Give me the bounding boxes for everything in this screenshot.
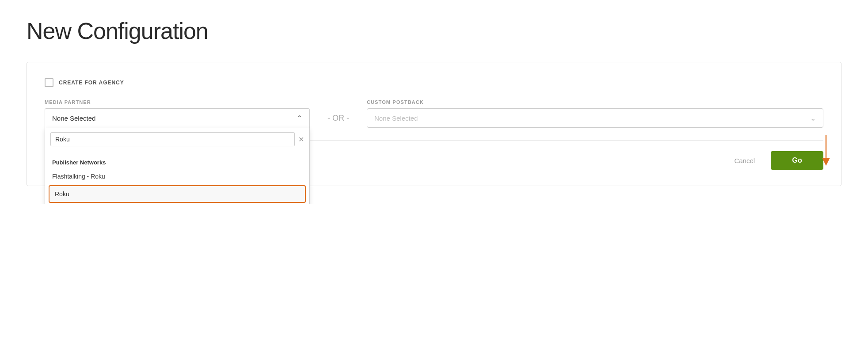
- publisher-networks-header: Publisher Networks: [45, 155, 309, 168]
- clear-search-icon[interactable]: ✕: [298, 135, 304, 144]
- media-partner-label: MEDIA PARTNER: [45, 99, 310, 105]
- svg-marker-1: [822, 158, 830, 166]
- dropdown-search-input[interactable]: [50, 132, 295, 146]
- or-divider: - OR -: [327, 99, 349, 123]
- create-for-agency-label: CREATE FOR AGENCY: [59, 80, 124, 86]
- dropdown-list: Publisher Networks Flashtalking - Roku R…: [45, 151, 309, 204]
- custom-postback-group: CUSTOM POSTBACK None Selected ⌄: [367, 99, 823, 128]
- arrow-down-svg: [820, 135, 832, 166]
- create-for-agency-row: CREATE FOR AGENCY: [45, 78, 823, 87]
- media-partner-dropdown: ✕ Publisher Networks Flashtalking - Roku…: [45, 128, 310, 204]
- form-card: CREATE FOR AGENCY MEDIA PARTNER None Sel…: [27, 62, 841, 186]
- create-for-agency-checkbox[interactable]: [45, 78, 53, 87]
- go-button[interactable]: Go: [771, 151, 823, 170]
- media-partner-group: MEDIA PARTNER None Selected ⌃ ✕ Publishe…: [45, 99, 310, 128]
- dropdown-item-flashtalking-roku[interactable]: Flashtalking - Roku: [45, 168, 309, 184]
- custom-postback-select[interactable]: None Selected ⌄: [367, 108, 823, 128]
- custom-postback-value: None Selected: [374, 114, 418, 122]
- chevron-up-icon: ⌃: [297, 114, 302, 122]
- custom-postback-label: CUSTOM POSTBACK: [367, 99, 823, 105]
- page-title: New Configuration: [27, 18, 841, 44]
- cancel-button[interactable]: Cancel: [727, 152, 762, 169]
- dropdown-search-row: ✕: [45, 128, 309, 151]
- arrow-indicator: [820, 135, 832, 166]
- media-partner-selected-value: None Selected: [52, 114, 95, 122]
- dropdown-item-roku[interactable]: Roku: [49, 185, 306, 203]
- media-partner-select[interactable]: None Selected ⌃: [45, 108, 310, 128]
- form-main-row: MEDIA PARTNER None Selected ⌃ ✕ Publishe…: [45, 99, 823, 128]
- chevron-down-icon: ⌄: [810, 114, 816, 122]
